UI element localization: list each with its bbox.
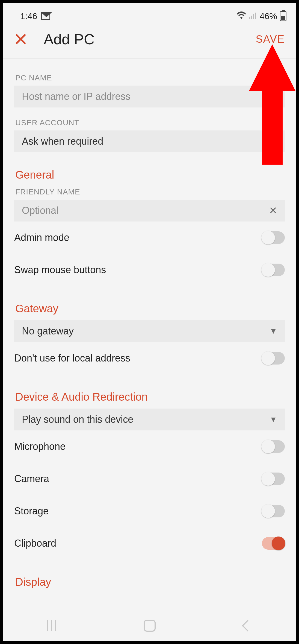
audio-value: Play sound on this device <box>22 414 133 425</box>
storage-toggle[interactable] <box>262 505 285 517</box>
friendly-name-label: FRIENDLY NAME <box>15 188 285 196</box>
section-general: General <box>15 169 285 181</box>
microphone-toggle[interactable] <box>262 440 285 453</box>
friendly-name-placeholder: Optional <box>22 205 58 216</box>
save-button[interactable]: SAVE <box>256 33 285 45</box>
wifi-icon <box>237 11 246 21</box>
svg-rect-2 <box>253 14 254 19</box>
pc-name-label: PC NAME <box>15 74 285 82</box>
swap-mouse-toggle[interactable] <box>262 264 285 276</box>
svg-rect-3 <box>255 13 256 19</box>
gateway-select[interactable]: No gateway ▼ <box>14 320 285 342</box>
admin-mode-toggle[interactable] <box>262 231 285 244</box>
chevron-down-icon: ▼ <box>270 415 277 424</box>
app-header: Add PC SAVE <box>3 25 296 59</box>
pc-name-input[interactable]: Host name or IP address ✕ <box>14 86 285 107</box>
audio-select[interactable]: Play sound on this device ▼ <box>14 409 285 430</box>
chevron-down-icon: ▼ <box>270 137 277 146</box>
storage-row: Storage <box>14 495 285 527</box>
pc-name-placeholder: Host name or IP address <box>22 91 131 102</box>
clear-icon[interactable]: ✕ <box>269 91 277 102</box>
clipboard-toggle[interactable] <box>262 537 285 550</box>
clipboard-row: Clipboard <box>14 527 285 560</box>
page-title: Add PC <box>44 31 94 48</box>
gmail-icon <box>41 12 50 20</box>
clear-icon[interactable]: ✕ <box>269 205 277 216</box>
friendly-name-input[interactable]: Optional ✕ <box>14 200 285 222</box>
signal-icon <box>249 11 257 21</box>
microphone-label: Microphone <box>14 441 66 452</box>
gateway-value: No gateway <box>22 325 74 337</box>
storage-label: Storage <box>14 505 49 517</box>
battery-percent: 46% <box>260 11 277 21</box>
clipboard-label: Clipboard <box>14 538 56 549</box>
section-gateway: Gateway <box>15 302 285 315</box>
status-time: 1:46 <box>20 11 37 21</box>
section-device-audio: Device & Audio Redirection <box>15 391 285 403</box>
svg-rect-0 <box>249 17 250 19</box>
swap-mouse-row: Swap mouse buttons <box>14 254 285 286</box>
local-address-label: Don't use for local address <box>14 352 130 364</box>
admin-mode-label: Admin mode <box>14 232 69 243</box>
close-icon[interactable] <box>14 33 27 46</box>
nav-back-icon[interactable] <box>242 620 253 631</box>
user-account-select[interactable]: Ask when required ▼ <box>14 130 285 152</box>
camera-label: Camera <box>14 473 49 485</box>
nav-home-icon[interactable] <box>144 620 156 632</box>
status-bar: 1:46 46% <box>3 3 296 25</box>
user-account-value: Ask when required <box>22 136 103 147</box>
section-display: Display <box>15 576 285 588</box>
svg-rect-1 <box>251 16 252 19</box>
user-account-label: USER ACCOUNT <box>15 118 285 127</box>
swap-mouse-label: Swap mouse buttons <box>14 264 106 276</box>
battery-icon <box>280 11 286 21</box>
admin-mode-row: Admin mode <box>14 222 285 254</box>
nav-recent-icon[interactable] <box>47 620 56 631</box>
local-address-toggle[interactable] <box>262 352 285 365</box>
microphone-row: Microphone <box>14 430 285 463</box>
android-navbar <box>3 611 296 641</box>
camera-toggle[interactable] <box>262 473 285 485</box>
local-address-row: Don't use for local address <box>14 342 285 374</box>
camera-row: Camera <box>14 463 285 495</box>
chevron-down-icon: ▼ <box>270 327 277 336</box>
